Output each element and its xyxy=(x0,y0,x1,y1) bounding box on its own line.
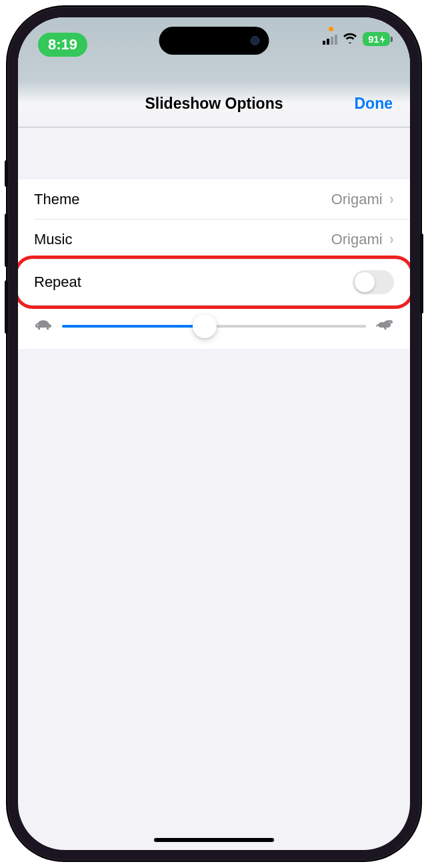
time-pill[interactable]: 8:19 xyxy=(38,33,87,57)
settings-list: Theme Origami › Music Origami › Repeat xyxy=(18,179,410,349)
tortoise-icon xyxy=(34,318,53,334)
music-value-group: Origami › xyxy=(331,231,394,248)
nav-bar: Slideshow Options Done xyxy=(18,81,410,127)
speed-slider-row xyxy=(18,305,410,349)
camera-dot xyxy=(251,36,260,45)
side-button xyxy=(420,234,423,314)
volume-down-button xyxy=(5,280,8,334)
mic-indicator-icon xyxy=(329,27,333,31)
repeat-label: Repeat xyxy=(34,274,81,291)
chevron-right-icon: › xyxy=(389,191,394,208)
slider-fill xyxy=(62,325,205,328)
toggle-knob xyxy=(355,272,375,292)
page-title: Slideshow Options xyxy=(145,95,283,113)
dynamic-island xyxy=(159,27,269,55)
theme-label: Theme xyxy=(34,191,79,208)
screen: 8:19 91 Slideshow Options Done xyxy=(18,17,410,850)
chevron-right-icon: › xyxy=(389,231,394,248)
theme-value-group: Origami › xyxy=(331,191,394,208)
theme-row[interactable]: Theme Origami › xyxy=(18,179,410,220)
battery-level: 91 xyxy=(368,33,379,45)
speed-slider[interactable] xyxy=(62,325,366,328)
volume-up-button xyxy=(5,213,8,267)
status-bar: 8:19 91 xyxy=(18,17,410,81)
mute-switch xyxy=(5,160,8,187)
music-label: Music xyxy=(34,231,72,248)
home-indicator[interactable] xyxy=(154,838,274,842)
slider-knob[interactable] xyxy=(193,314,217,338)
status-right: 91 xyxy=(323,32,390,46)
theme-value: Origami xyxy=(331,191,383,208)
cellular-icon xyxy=(323,34,337,45)
hare-icon xyxy=(375,318,394,334)
done-button[interactable]: Done xyxy=(355,95,393,113)
battery-icon: 91 xyxy=(363,32,390,46)
music-value: Origami xyxy=(331,231,383,248)
device-frame: 8:19 91 Slideshow Options Done xyxy=(7,7,421,861)
repeat-toggle[interactable] xyxy=(353,270,394,294)
wifi-icon xyxy=(343,33,357,45)
repeat-row[interactable]: Repeat xyxy=(18,260,410,305)
music-row[interactable]: Music Origami › xyxy=(18,220,410,260)
